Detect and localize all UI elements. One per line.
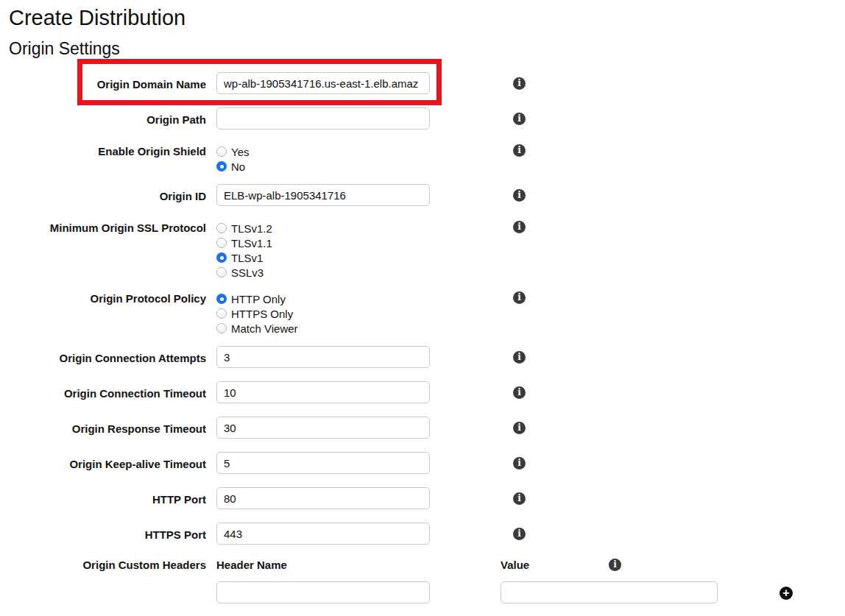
info-icon[interactable] — [609, 559, 621, 571]
origin-protocol-policy-label: Origin Protocol Policy — [9, 290, 206, 305]
radio-option-https-only[interactable]: HTTPS Only — [216, 306, 430, 321]
origin-response-timeout-input[interactable] — [216, 417, 430, 439]
info-icon[interactable] — [513, 386, 526, 399]
form-row-origin-id: Origin ID — [9, 184, 845, 206]
radio-option-tlsv1-2[interactable]: TLSv1.2 — [216, 221, 430, 236]
minimum-origin-ssl-protocol-radio-group: TLSv1.2TLSv1.1TLSv1SSLv3 — [216, 219, 430, 280]
info-icon[interactable] — [513, 144, 526, 157]
radio-label-match-viewer: Match Viewer — [231, 322, 298, 335]
info-icon[interactable] — [513, 457, 526, 470]
form-row-http-port: HTTP Port — [9, 487, 845, 509]
info-icon[interactable] — [513, 291, 526, 304]
radio-label-yes: Yes — [231, 146, 249, 158]
origin-domain-name-label: Origin Domain Name — [9, 72, 206, 91]
origin-path-input[interactable] — [216, 107, 430, 130]
form-row-origin-response-timeout: Origin Response Timeout — [9, 417, 845, 439]
origin-connection-attempts-label: Origin Connection Attempts — [9, 346, 206, 365]
radio-label-sslv3: SSLv3 — [231, 266, 264, 279]
form-row-origin-connection-attempts: Origin Connection Attempts — [9, 346, 845, 368]
form-row-origin-custom-headers-labels: Origin Custom Headers Header Name Value — [9, 558, 845, 572]
origin-connection-attempts-input[interactable] — [216, 346, 430, 368]
info-icon[interactable] — [513, 528, 526, 540]
info-icon[interactable] — [513, 351, 526, 364]
custom-header-value-input[interactable] — [501, 581, 718, 603]
value-column-label: Value — [501, 558, 609, 572]
origin-path-label: Origin Path — [9, 107, 206, 127]
info-icon[interactable] — [513, 221, 526, 233]
form-row-https-port: HTTPS Port — [9, 523, 845, 545]
radio-button-yes[interactable] — [216, 146, 227, 157]
radio-button-match-viewer[interactable] — [216, 323, 227, 333]
http-port-label: HTTP Port — [9, 487, 206, 506]
form-row-origin-keep-alive-timeout: Origin Keep-alive Timeout — [9, 452, 845, 474]
info-icon[interactable] — [513, 422, 526, 434]
radio-label-http-only: HTTP Only — [231, 293, 286, 305]
form-row-origin-path: Origin Path — [9, 107, 845, 130]
enable-origin-shield-radio-group: YesNo — [216, 143, 430, 174]
origin-custom-headers-label: Origin Custom Headers — [9, 558, 206, 572]
origin-id-label: Origin ID — [9, 184, 206, 203]
origin-protocol-policy-radio-group: HTTP OnlyHTTPS OnlyMatch Viewer — [216, 290, 430, 336]
radio-label-tlsv1: TLSv1 — [231, 252, 263, 264]
add-header-button[interactable] — [779, 587, 793, 600]
radio-option-tlsv1-1[interactable]: TLSv1.1 — [216, 236, 430, 250]
form-row-origin-protocol-policy: Origin Protocol Policy HTTP OnlyHTTPS On… — [9, 290, 845, 336]
origin-connection-timeout-label: Origin Connection Timeout — [9, 381, 206, 400]
radio-option-sslv3[interactable]: SSLv3 — [216, 265, 430, 280]
custom-header-name-input[interactable] — [216, 581, 430, 603]
radio-button-https-only[interactable] — [216, 308, 227, 319]
http-port-input[interactable] — [216, 487, 430, 509]
origin-connection-timeout-input[interactable] — [216, 381, 430, 403]
radio-label-tlsv1-2: TLSv1.2 — [231, 222, 272, 235]
radio-button-http-only[interactable] — [216, 294, 227, 304]
create-distribution-page: Create Distribution Origin Settings Orig… — [0, 0, 845, 603]
radio-option-no[interactable]: No — [216, 159, 430, 174]
radio-button-tlsv1-1[interactable] — [216, 238, 227, 248]
radio-label-no: No — [231, 160, 245, 173]
radio-button-sslv3[interactable] — [216, 267, 227, 277]
origin-domain-name-input[interactable] — [216, 72, 430, 94]
radio-option-match-viewer[interactable]: Match Viewer — [216, 321, 430, 336]
info-icon[interactable] — [513, 492, 526, 505]
radio-option-http-only[interactable]: HTTP Only — [216, 291, 430, 306]
page-title: Create Distribution — [9, 6, 845, 30]
form-row-origin-custom-headers-inputs — [9, 581, 845, 603]
info-icon[interactable] — [513, 113, 526, 125]
form-row-minimum-origin-ssl-protocol: Minimum Origin SSL Protocol TLSv1.2TLSv1… — [9, 219, 845, 280]
form-row-enable-origin-shield: Enable Origin Shield YesNo — [9, 143, 845, 174]
form-row-origin-connection-timeout: Origin Connection Timeout — [9, 381, 845, 403]
radio-option-yes[interactable]: Yes — [216, 144, 430, 159]
https-port-input[interactable] — [216, 523, 430, 545]
origin-keep-alive-timeout-label: Origin Keep-alive Timeout — [9, 452, 206, 471]
origin-id-input[interactable] — [216, 184, 430, 206]
section-title-origin-settings: Origin Settings — [9, 39, 845, 59]
radio-button-tlsv1-2[interactable] — [216, 223, 227, 233]
radio-button-tlsv1[interactable] — [216, 252, 227, 263]
header-name-column-label: Header Name — [216, 558, 501, 572]
minimum-origin-ssl-protocol-label: Minimum Origin SSL Protocol — [9, 219, 206, 235]
https-port-label: HTTPS Port — [9, 523, 206, 542]
info-icon[interactable] — [513, 189, 526, 202]
form-row-origin-domain-name: Origin Domain Name — [9, 72, 845, 94]
radio-label-tlsv1-1: TLSv1.1 — [231, 237, 272, 249]
radio-option-tlsv1[interactable]: TLSv1 — [216, 250, 430, 265]
enable-origin-shield-label: Enable Origin Shield — [9, 143, 206, 158]
info-icon[interactable] — [513, 77, 526, 90]
radio-button-no[interactable] — [216, 161, 227, 171]
origin-keep-alive-timeout-input[interactable] — [216, 452, 430, 474]
radio-label-https-only: HTTPS Only — [231, 308, 293, 320]
origin-response-timeout-label: Origin Response Timeout — [9, 417, 206, 436]
